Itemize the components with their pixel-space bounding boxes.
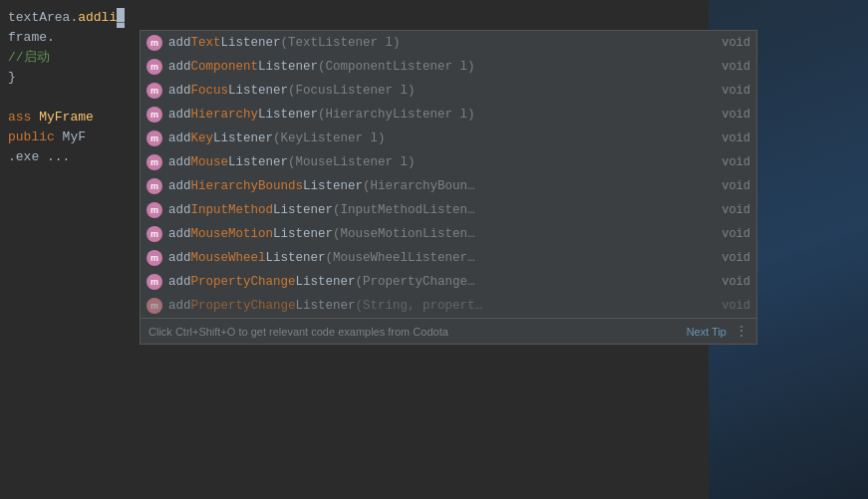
method-text-6: addMouseListener(MouseListener l) [168,155,711,169]
method-text-5: addKeyListener(KeyListener l) [168,131,711,145]
method-icon-11: m [146,274,162,290]
autocomplete-item-10[interactable]: m addMouseWheelListener(MouseWheelListen… [141,246,756,270]
method-text-10: addMouseWheelListener(MouseWheelListener… [168,251,711,265]
method-icon-7: m [146,178,162,194]
autocomplete-footer: Click Ctrl+Shift+O to get relevant code … [141,318,756,344]
method-return-6: void [711,155,750,169]
code-line-5 [8,88,140,108]
autocomplete-item-12[interactable]: m addPropertyChangeListener(String, prop… [141,294,756,318]
method-return-10: void [711,251,750,265]
autocomplete-item-11[interactable]: m addPropertyChangeListener(PropertyChan… [141,270,756,294]
method-text-12: addPropertyChangeListener(String, proper… [168,299,711,313]
method-icon-9: m [146,226,162,242]
autocomplete-dropdown: m addTextListener(TextListener l) void m… [140,30,757,345]
code-line-2: frame. [8,28,140,48]
method-return-7: void [711,179,750,193]
method-icon-6: m [146,154,162,170]
method-return-1: void [711,36,750,50]
autocomplete-item-9[interactable]: m addMouseMotionListener(MouseMotionList… [141,222,756,246]
method-text-8: addInputMethodListener(InputMethodListen… [168,203,711,217]
method-icon-10: m [146,250,162,266]
footer-hint-text: Click Ctrl+Shift+O to get relevant code … [148,326,448,338]
footer-right: Next Tip ⋮ [687,323,748,340]
code-line-4: } [8,68,140,88]
method-return-11: void [711,275,750,289]
next-tip-button[interactable]: Next Tip [687,326,726,338]
method-text-4: addHierarchyListener(HierarchyListener l… [168,108,711,122]
method-return-9: void [711,227,750,241]
method-icon-1: m [146,35,162,51]
method-text-7: addHierarchyBoundsListener(HierarchyBoun… [168,179,711,193]
method-text-1: addTextListener(TextListener l) [168,36,711,50]
code-line-7: public MyF [8,127,140,147]
code-line-8: .exe ... [8,147,140,167]
footer-menu-icon[interactable]: ⋮ [734,323,748,340]
method-icon-5: m [146,130,162,146]
method-icon-12: m [146,298,162,314]
method-text-2: addComponentListener(ComponentListener l… [168,60,711,74]
code-line-3: //启动 [8,48,140,68]
code-line-6: ass MyFrame [8,108,140,127]
method-icon-4: m [146,107,162,123]
autocomplete-item-6[interactable]: m addMouseListener(MouseListener l) void [141,150,756,174]
method-text-11: addPropertyChangeListener(PropertyChange… [168,275,711,289]
autocomplete-item-5[interactable]: m addKeyListener(KeyListener l) void [141,126,756,150]
autocomplete-item-1[interactable]: m addTextListener(TextListener l) void [141,31,756,55]
method-return-12: void [711,299,750,313]
method-icon-8: m [146,202,162,218]
method-text-3: addFocusListener(FocusListener l) [168,84,711,98]
code-background: textArea.addli_ frame. //启动 } ass MyFram… [0,0,140,499]
autocomplete-item-4[interactable]: m addHierarchyListener(HierarchyListener… [141,103,756,126]
method-return-4: void [711,108,750,122]
method-return-5: void [711,131,750,145]
autocomplete-item-3[interactable]: m addFocusListener(FocusListener l) void [141,79,756,103]
method-icon-2: m [146,59,162,75]
code-line-1: textArea.addli_ [8,8,140,28]
method-return-2: void [711,60,750,74]
method-icon-3: m [146,83,162,99]
autocomplete-item-2[interactable]: m addComponentListener(ComponentListener… [141,55,756,79]
autocomplete-item-8[interactable]: m addInputMethodListener(InputMethodList… [141,198,756,222]
method-text-9: addMouseMotionListener(MouseMotionListen… [168,227,711,241]
method-return-8: void [711,203,750,217]
autocomplete-item-7[interactable]: m addHierarchyBoundsListener(HierarchyBo… [141,174,756,198]
method-return-3: void [711,84,750,98]
